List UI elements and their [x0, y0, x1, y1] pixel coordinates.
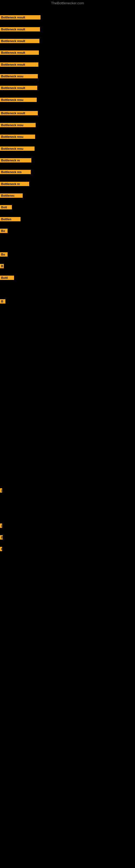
bottleneck-result-badge: | [0, 524, 2, 528]
bottleneck-result-badge: Bott [0, 205, 12, 209]
bottleneck-result-badge: Bottleneck result [0, 51, 39, 55]
bottleneck-result-badge: Bottleneck result [0, 62, 38, 67]
bottleneck-result-badge: Bottlen [0, 217, 20, 221]
site-title: TheBottlenecker.com [0, 1, 135, 5]
bottleneck-result-badge: Bottleneck resu [0, 134, 35, 139]
bottleneck-result-badge: Bottl [0, 276, 14, 280]
bottleneck-result-badge: Bo [0, 229, 8, 233]
bottleneck-result-badge: Bottleneck re [0, 182, 29, 186]
bottleneck-result-badge: Bottleneck resu [0, 74, 38, 79]
bottleneck-result-badge: Bottleneck result [0, 27, 40, 31]
bottleneck-result-badge: Bottleneck res [0, 170, 31, 174]
bottleneck-result-badge: Bottleneck result [0, 15, 41, 20]
bottleneck-result-badge: B [0, 264, 4, 268]
bottleneck-result-badge: Bottleneck re [0, 158, 31, 162]
bottleneck-result-badge: Bottlenec [0, 193, 23, 198]
bottleneck-result-badge: B [0, 299, 5, 304]
bottleneck-result-badge: Bottleneck result [0, 111, 38, 115]
bottleneck-result-badge: B [0, 535, 3, 539]
bottleneck-result-badge: Bottleneck result [0, 86, 37, 90]
bottleneck-result-badge: Bottleneck result [0, 39, 39, 43]
bottleneck-result-badge: Bottleneck resu [0, 147, 35, 151]
bottleneck-result-badge: Bottleneck resu [0, 98, 37, 102]
bottleneck-result-badge: Bo [0, 252, 8, 257]
bottleneck-result-badge: Bottleneck resu [0, 123, 36, 127]
bottleneck-result-badge: | [0, 488, 2, 493]
bottleneck-result-badge: B [0, 547, 2, 551]
